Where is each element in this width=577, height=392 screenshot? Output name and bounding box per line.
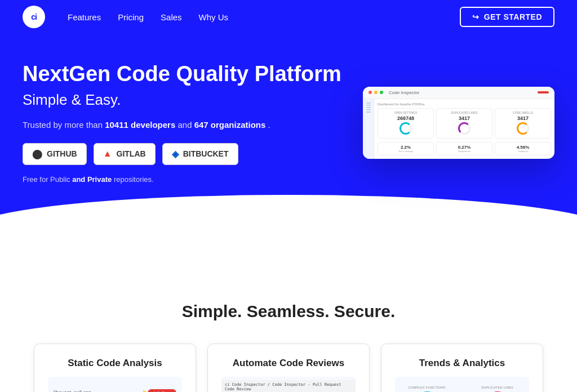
hero-section: NextGen Code Quality Platform Simple & E… <box>0 34 577 229</box>
bitbucket-icon: ◈ <box>172 149 179 159</box>
hero-trust: Trusted by more than 10411 developers an… <box>23 120 363 130</box>
tagline: Simple. Seamless. Secure. <box>0 262 577 338</box>
feature-cards: Static Code Analysis libevent_poll.cpp v… <box>0 338 577 392</box>
github-icon: ⬤ <box>32 149 42 159</box>
nav-links: Features Pricing Sales Why Us <box>68 12 460 22</box>
mockup-status-dot <box>538 91 549 93</box>
nav-sales[interactable]: Sales <box>161 12 182 22</box>
cr-header: ci Code Inspector / Code Inspector - Pul… <box>221 380 356 392</box>
play-icon <box>143 390 148 392</box>
gitlab-button[interactable]: ▲ GITLAB <box>94 143 156 165</box>
bitbucket-button[interactable]: ◈ BITBUCKET <box>162 143 238 165</box>
code-files-list: libevent_poll.cpp violations libevent_ss… <box>48 384 182 392</box>
stat-donut-2 <box>458 122 471 135</box>
get-started-button[interactable]: ↪ GET STARTED <box>460 7 554 27</box>
navbar: ci Features Pricing Sales Why Us ↪ GET S… <box>0 0 577 34</box>
static-code-card: Static Code Analysis libevent_poll.cpp v… <box>34 344 196 392</box>
mockup-content: Dashboard for Apache PDFBox OPEN SETTING… <box>363 99 554 159</box>
code-file-row: libevent_poll.cpp violations <box>54 389 176 392</box>
mockup-sidebar <box>363 99 374 159</box>
automate-reviews-card: Automate Code Reviews ci Code Inspector … <box>207 344 370 392</box>
violation-badge: violations <box>148 389 176 392</box>
card-1-title: Static Code Analysis <box>48 358 182 369</box>
play-icon-container <box>458 386 467 392</box>
stat-donut-1 <box>400 122 412 135</box>
mockup-main: Dashboard for Apache PDFBox OPEN SETTING… <box>374 99 554 159</box>
stat-card-3: CODE SMELLS 3417 <box>495 108 551 139</box>
hero-repo-text: Free for Public and Private repositories… <box>23 175 363 184</box>
minimize-dot <box>374 91 378 94</box>
trend-card-1: COMPLEX FUNCTIONS 0.83% Complex function… <box>401 386 453 392</box>
nav-features[interactable]: Features <box>68 12 101 22</box>
sidebar-item <box>366 109 371 110</box>
nav-why-us[interactable]: Why Us <box>199 12 229 22</box>
gitlab-icon: ▲ <box>103 149 112 159</box>
nav-pricing[interactable]: Pricing <box>118 12 144 22</box>
stat-donut-3 <box>517 122 529 135</box>
bottom-stat-3: 4.58% Violations <box>495 142 551 155</box>
github-button[interactable]: ⬤ GITHUB <box>23 143 87 165</box>
sidebar-item <box>366 112 371 113</box>
card-1-image: libevent_poll.cpp violations libevent_ss… <box>48 377 182 392</box>
hero-title: NextGen Code Quality Platform <box>23 62 363 87</box>
mockup-bottom-stats: 2.2% Test Coverage 0.27% Duplications 4.… <box>378 142 551 155</box>
bottom-stat-1: 2.2% Test Coverage <box>378 142 434 155</box>
tagline-section: Simple. Seamless. Secure. <box>0 229 577 338</box>
trend-card-2: DUPLICATED LINES 2.41% duplicated lines … <box>471 386 523 392</box>
stat-card-1: OPEN SETTINGS 266748 <box>378 108 434 139</box>
code-review-area: ci Code Inspector / Code Inspector - Pul… <box>221 380 356 392</box>
trends-area: COMPLEX FUNCTIONS 0.83% Complex function… <box>395 380 529 392</box>
maximize-dot <box>380 91 383 94</box>
hero-left: NextGen Code Quality Platform Simple & E… <box>23 62 363 184</box>
login-icon: ↪ <box>472 12 480 21</box>
dashboard-preview: Code Inspector Dashboard for Apache PDFB… <box>363 87 554 159</box>
sidebar-item <box>366 105 371 106</box>
card-3-title: Trends & Analytics <box>395 358 529 369</box>
stat-card-2: DUPLICATED LINES 3417 <box>436 108 492 139</box>
mockup-stats: OPEN SETTINGS 266748 DUPLICATED LINES 34… <box>378 108 551 139</box>
card-2-image: ci Code Inspector / Code Inspector - Pul… <box>221 377 356 392</box>
sidebar-item <box>366 107 371 108</box>
logo[interactable]: ci <box>23 6 45 28</box>
sidebar-item <box>366 103 371 104</box>
card-3-image: COMPLEX FUNCTIONS 0.83% Complex function… <box>395 377 529 392</box>
mockup-breadcrumb: Dashboard for Apache PDFBox <box>378 103 551 106</box>
mockup-window: Code Inspector Dashboard for Apache PDFB… <box>363 87 554 159</box>
bottom-stat-2: 0.27% Duplications <box>436 142 492 155</box>
close-dot <box>369 91 372 94</box>
hero-subtitle: Simple & Easy. <box>23 91 363 109</box>
card-2-title: Automate Code Reviews <box>221 358 356 369</box>
mockup-title: Code Inspector <box>389 90 419 95</box>
mockup-header: Code Inspector <box>363 87 554 99</box>
logo-icon: ci <box>23 6 45 28</box>
hero-buttons: ⬤ GITHUB ▲ GITLAB ◈ BITBUCKET <box>23 143 363 165</box>
trends-analytics-card: Trends & Analytics COMPLEX FUNCTIONS 0.8… <box>381 344 543 392</box>
